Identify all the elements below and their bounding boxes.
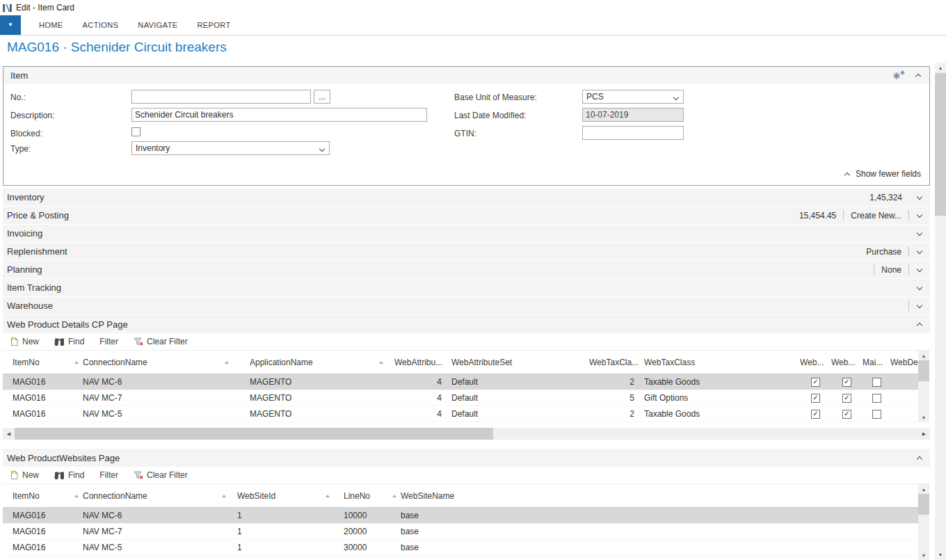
description-input[interactable] xyxy=(131,108,427,122)
checkbox[interactable] xyxy=(872,378,881,387)
column-header-webde[interactable]: WebDe... xyxy=(890,358,919,367)
column-header-webtaxclass[interactable]: WebTaxClass xyxy=(644,358,800,367)
scroll-left-icon[interactable]: ◀ xyxy=(3,428,15,440)
details-grid-vscrollbar[interactable]: ▲ ▼ xyxy=(918,351,929,422)
web-product-details-header[interactable]: Web Product Details CP Page xyxy=(3,315,930,333)
checkbox[interactable]: ✓ xyxy=(842,378,851,387)
column-header-web1[interactable]: Web... xyxy=(800,358,831,367)
column-header-web2[interactable]: Web... xyxy=(831,358,863,367)
chevron-up-icon[interactable] xyxy=(916,454,924,462)
scroll-up-icon[interactable]: ▲ xyxy=(918,351,929,360)
table-row[interactable]: MAG016 NAV MC-5 1 30000 base xyxy=(3,540,919,556)
filter-button[interactable]: Filter xyxy=(99,470,118,480)
column-header-webattribute[interactable]: WebAttribu... xyxy=(394,358,451,367)
fasttab-warehouse[interactable]: Warehouse xyxy=(3,297,930,315)
column-header-lineno[interactable]: LineNo xyxy=(344,491,401,501)
customize-gear-icon[interactable] xyxy=(892,70,905,81)
checkbox[interactable]: ✓ xyxy=(842,410,851,419)
chevron-down-icon[interactable] xyxy=(916,211,924,219)
create-new-link[interactable]: Create New... xyxy=(851,211,901,221)
scroll-down-icon[interactable]: ▼ xyxy=(918,413,929,422)
fasttab-price-posting[interactable]: Price & Posting 15,454.45 Create New... xyxy=(3,207,930,225)
fasttab-invoicing[interactable]: Invoicing xyxy=(3,225,930,243)
column-header-webattributeset[interactable]: WebAttributeSet xyxy=(451,358,589,367)
blocked-checkbox[interactable] xyxy=(131,127,141,136)
gtin-input[interactable] xyxy=(582,126,684,140)
cell-lineno: 20000 xyxy=(344,527,401,536)
no-label: No.: xyxy=(10,93,26,102)
table-row[interactable]: MAG016 NAV MC-5 MAGENTO 4 Default 2 Taxa… xyxy=(3,406,919,422)
find-button[interactable]: Find xyxy=(54,337,84,346)
scroll-down-icon[interactable]: ▼ xyxy=(935,550,946,560)
fasttab-replenishment[interactable]: Replenishment Purchase xyxy=(3,243,930,261)
scrollbar-thumb[interactable] xyxy=(918,494,929,515)
scroll-down-icon[interactable]: ▼ xyxy=(918,550,929,560)
fasttab-planning[interactable]: Planning None xyxy=(3,261,930,279)
checkbox[interactable]: ✓ xyxy=(811,410,820,419)
websites-grid-vscrollbar[interactable]: ▲ ▼ xyxy=(918,484,929,560)
clear-filter-button[interactable]: Clear Filter xyxy=(134,470,188,480)
scrollbar-thumb[interactable] xyxy=(935,73,946,216)
checkbox[interactable]: ✓ xyxy=(842,394,851,403)
scroll-up-icon[interactable]: ▲ xyxy=(918,484,929,494)
filter-button[interactable]: Filter xyxy=(99,337,118,346)
type-select[interactable]: Inventory xyxy=(131,141,330,155)
clear-filter-button[interactable]: Clear Filter xyxy=(134,337,188,346)
table-row[interactable]: MAG016 NAV MC-6 1 10000 base xyxy=(3,508,919,524)
table-row[interactable]: MAG016 NAV MC-7 MAGENTO 4 Default 5 Gift… xyxy=(3,390,919,406)
cell-taxclass: Taxable Goods xyxy=(644,377,800,387)
table-row[interactable]: MAG016 NAV MC-7 1 20000 base xyxy=(3,524,919,540)
base-unit-select[interactable]: PCS xyxy=(582,90,684,104)
column-header-applicationname[interactable]: ApplicationName xyxy=(250,358,394,367)
item-fasttab-header[interactable]: Item xyxy=(3,67,929,83)
column-header-mai[interactable]: Mai... xyxy=(863,358,890,367)
tab-report[interactable]: REPORT xyxy=(188,15,241,35)
tab-navigate[interactable]: NAVIGATE xyxy=(128,15,187,35)
checkbox[interactable] xyxy=(872,410,881,419)
column-header-websitename[interactable]: WebSiteName xyxy=(401,491,602,501)
chevron-down-icon[interactable] xyxy=(916,302,924,310)
collapse-chevron-up-icon[interactable] xyxy=(915,72,922,79)
new-button[interactable]: New xyxy=(10,470,39,480)
divider xyxy=(908,210,909,221)
clear-filter-label: Clear Filter xyxy=(147,470,188,480)
chevron-down-icon[interactable] xyxy=(916,248,924,255)
table-row[interactable]: MAG016 NAV MC-6 MAGENTO 4 Default 2 Taxa… xyxy=(3,374,919,390)
checkbox[interactable]: ✓ xyxy=(811,394,820,403)
column-header-connectionname[interactable]: ConnectionName xyxy=(83,491,237,501)
app-menu-button[interactable]: ▼ xyxy=(0,15,21,35)
new-button[interactable]: New xyxy=(10,337,39,346)
column-header-itemno[interactable]: ItemNo xyxy=(13,358,83,367)
fasttab-inventory[interactable]: Inventory 1,45,324 xyxy=(3,189,930,207)
find-button[interactable]: Find xyxy=(54,470,84,480)
column-header-websiteid[interactable]: WebSiteId xyxy=(237,491,344,501)
chevron-up-icon[interactable] xyxy=(916,321,924,328)
chevron-down-icon[interactable] xyxy=(916,193,924,201)
column-header-connectionname[interactable]: ConnectionName xyxy=(83,358,250,367)
tab-home[interactable]: HOME xyxy=(29,15,73,35)
page-vscrollbar[interactable]: ▲ ▼ xyxy=(935,63,946,560)
details-grid-hscrollbar[interactable]: ◀ ▶ xyxy=(3,428,930,440)
tab-actions[interactable]: ACTIONS xyxy=(73,15,129,35)
column-header-itemno[interactable]: ItemNo xyxy=(13,491,83,501)
cell-connection: NAV MC-5 xyxy=(83,543,237,552)
no-assist-button[interactable]: ... xyxy=(314,90,330,104)
scroll-up-icon[interactable]: ▲ xyxy=(935,63,946,73)
scroll-right-icon[interactable]: ▶ xyxy=(918,428,930,440)
checkbox[interactable] xyxy=(872,394,881,403)
chevron-down-icon[interactable] xyxy=(916,266,924,273)
chevron-down-icon[interactable] xyxy=(916,230,924,237)
cell-websitename: base xyxy=(401,527,602,536)
column-header-webtaxcla[interactable]: WebTaxCla... xyxy=(589,358,644,367)
scrollbar-thumb[interactable] xyxy=(15,428,493,440)
replenishment-value: Purchase xyxy=(866,247,901,257)
show-fewer-fields-link[interactable]: Show fewer fields xyxy=(844,169,921,179)
chevron-down-icon[interactable] xyxy=(916,284,924,291)
web-productwebsites-header[interactable]: Web ProductWebsites Page xyxy=(3,449,930,467)
checkbox[interactable]: ✓ xyxy=(811,378,820,387)
fasttab-label: Item Tracking xyxy=(7,282,61,293)
fasttab-item-tracking[interactable]: Item Tracking xyxy=(3,279,930,297)
clear-filter-funnel-icon xyxy=(134,337,143,346)
no-input[interactable] xyxy=(131,90,311,104)
scrollbar-thumb[interactable] xyxy=(918,360,929,381)
